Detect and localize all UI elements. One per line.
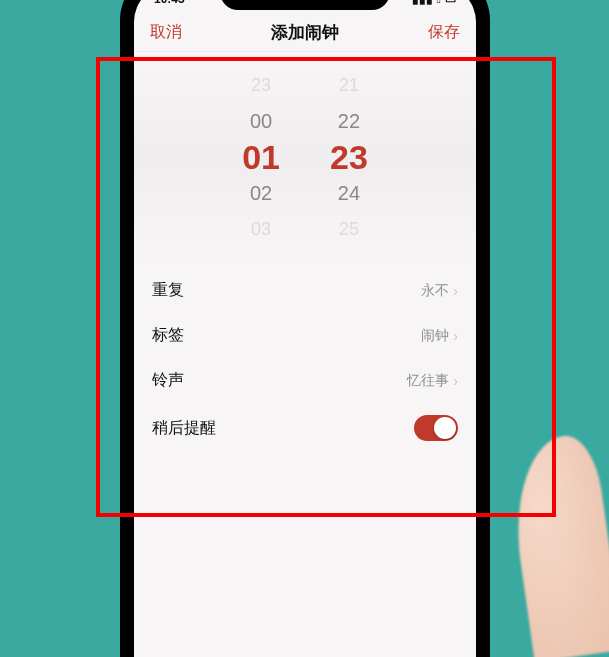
signal-icon: ▮▮▮ xyxy=(412,0,433,6)
hour-selected[interactable]: 01 xyxy=(242,142,280,172)
hour-option[interactable]: 00 xyxy=(250,106,272,136)
wifi-icon: 􀙇 xyxy=(437,0,441,6)
phone-screen: 10:43 ▮▮▮ 􀙇 ▭ 取消 添加闹钟 保存 23 00 01 02 03 … xyxy=(134,0,476,657)
minute-option[interactable]: 24 xyxy=(338,178,360,208)
minute-option[interactable]: 25 xyxy=(339,214,359,244)
tag-value: 闹钟 xyxy=(421,327,449,345)
minute-option[interactable]: 21 xyxy=(339,70,359,100)
cancel-button[interactable]: 取消 xyxy=(150,22,182,43)
repeat-row[interactable]: 重复 永不 › xyxy=(134,268,476,313)
repeat-value: 永不 xyxy=(421,282,449,300)
chevron-right-icon: › xyxy=(453,283,458,299)
sound-value: 忆往事 xyxy=(407,372,449,390)
save-button[interactable]: 保存 xyxy=(428,22,460,43)
status-icons: ▮▮▮ 􀙇 ▭ xyxy=(412,0,456,6)
hour-option[interactable]: 03 xyxy=(251,214,271,244)
hour-wheel[interactable]: 23 00 01 02 03 xyxy=(242,52,280,262)
chevron-right-icon: › xyxy=(453,328,458,344)
notch xyxy=(220,0,390,10)
phone-frame: 10:43 ▮▮▮ 􀙇 ▭ 取消 添加闹钟 保存 23 00 01 02 03 … xyxy=(120,0,490,657)
snooze-row: 稍后提醒 xyxy=(134,403,476,453)
hour-option[interactable]: 02 xyxy=(250,178,272,208)
minute-wheel[interactable]: 21 22 23 24 25 xyxy=(330,52,368,262)
battery-icon: ▭ xyxy=(445,0,456,6)
snooze-label: 稍后提醒 xyxy=(152,418,216,439)
page-title: 添加闹钟 xyxy=(271,21,339,44)
minute-option[interactable]: 22 xyxy=(338,106,360,136)
status-time: 10:43 xyxy=(154,0,185,6)
repeat-label: 重复 xyxy=(152,280,184,301)
snooze-toggle[interactable] xyxy=(414,415,458,441)
minute-selected[interactable]: 23 xyxy=(330,142,368,172)
tag-label: 标签 xyxy=(152,325,184,346)
sound-row[interactable]: 铃声 忆往事 › xyxy=(134,358,476,403)
hour-option[interactable]: 23 xyxy=(251,70,271,100)
chevron-right-icon: › xyxy=(453,373,458,389)
sound-label: 铃声 xyxy=(152,370,184,391)
nav-bar: 取消 添加闹钟 保存 xyxy=(134,14,476,52)
time-picker[interactable]: 23 00 01 02 03 21 22 23 24 25 xyxy=(134,52,476,262)
hand-holding-phone xyxy=(504,432,609,657)
tag-row[interactable]: 标签 闹钟 › xyxy=(134,313,476,358)
settings-list: 重复 永不 › 标签 闹钟 › 铃声 忆往事 › xyxy=(134,262,476,459)
